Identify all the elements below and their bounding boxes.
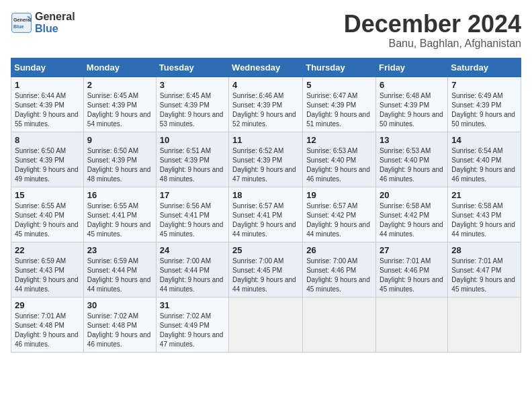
table-row: 24 Sunrise: 7:00 AM Sunset: 4:44 PM Dayl… — [156, 242, 228, 297]
day-detail: Sunrise: 6:48 AM Sunset: 4:39 PM Dayligh… — [380, 92, 443, 128]
svg-text:General: General — [13, 17, 32, 23]
day-detail: Sunrise: 6:55 AM Sunset: 4:40 PM Dayligh… — [15, 202, 79, 238]
day-detail: Sunrise: 6:49 AM Sunset: 4:39 PM Dayligh… — [451, 92, 515, 128]
day-detail: Sunrise: 7:01 AM Sunset: 4:48 PM Dayligh… — [15, 312, 79, 348]
day-detail: Sunrise: 6:50 AM Sunset: 4:39 PM Dayligh… — [87, 147, 151, 183]
table-row: 22 Sunrise: 6:59 AM Sunset: 4:43 PM Dayl… — [11, 242, 84, 297]
day-detail: Sunrise: 7:00 AM Sunset: 4:44 PM Dayligh… — [160, 257, 224, 293]
day-detail: Sunrise: 6:45 AM Sunset: 4:39 PM Dayligh… — [87, 92, 151, 128]
day-detail: Sunrise: 7:02 AM Sunset: 4:49 PM Dayligh… — [160, 312, 224, 348]
day-number: 7 — [451, 80, 517, 90]
day-number: 20 — [380, 190, 444, 200]
day-number: 27 — [380, 245, 444, 255]
title-section: December 2024 Banu, Baghlan, Afghanistan — [344, 11, 521, 50]
day-detail: Sunrise: 6:46 AM Sunset: 4:39 PM Dayligh… — [232, 92, 296, 128]
header-saturday: Saturday — [448, 58, 521, 77]
header-tuesday: Tuesday — [156, 58, 228, 77]
table-row: 28 Sunrise: 7:01 AM Sunset: 4:47 PM Dayl… — [448, 242, 521, 297]
table-row: 23 Sunrise: 6:59 AM Sunset: 4:44 PM Dayl… — [83, 242, 156, 297]
calendar-week-row: 15 Sunrise: 6:55 AM Sunset: 4:40 PM Dayl… — [11, 187, 521, 242]
day-detail: Sunrise: 6:53 AM Sunset: 4:40 PM Dayligh… — [380, 147, 443, 183]
day-number: 6 — [380, 80, 444, 90]
day-detail: Sunrise: 6:55 AM Sunset: 4:41 PM Dayligh… — [87, 202, 151, 238]
day-number: 25 — [232, 245, 299, 255]
calendar-week-row: 29 Sunrise: 7:01 AM Sunset: 4:48 PM Dayl… — [11, 297, 521, 352]
table-row — [303, 297, 376, 352]
calendar-week-row: 22 Sunrise: 6:59 AM Sunset: 4:43 PM Dayl… — [11, 242, 521, 297]
table-row: 3 Sunrise: 6:45 AM Sunset: 4:39 PM Dayli… — [156, 77, 228, 132]
calendar-week-row: 1 Sunrise: 6:44 AM Sunset: 4:39 PM Dayli… — [11, 77, 521, 132]
table-row: 16 Sunrise: 6:55 AM Sunset: 4:41 PM Dayl… — [83, 187, 156, 242]
day-detail: Sunrise: 7:00 AM Sunset: 4:46 PM Dayligh… — [306, 257, 370, 293]
table-row: 9 Sunrise: 6:50 AM Sunset: 4:39 PM Dayli… — [83, 132, 156, 187]
table-row: 14 Sunrise: 6:54 AM Sunset: 4:40 PM Dayl… — [448, 132, 521, 187]
table-row: 15 Sunrise: 6:55 AM Sunset: 4:40 PM Dayl… — [11, 187, 84, 242]
day-number: 1 — [15, 80, 80, 90]
table-row: 1 Sunrise: 6:44 AM Sunset: 4:39 PM Dayli… — [11, 77, 84, 132]
day-detail: Sunrise: 6:57 AM Sunset: 4:41 PM Dayligh… — [232, 202, 296, 238]
logo-general: General — [35, 11, 75, 23]
day-detail: Sunrise: 6:52 AM Sunset: 4:39 PM Dayligh… — [232, 147, 296, 183]
table-row: 11 Sunrise: 6:52 AM Sunset: 4:39 PM Dayl… — [229, 132, 303, 187]
header-sunday: Sunday — [11, 58, 84, 77]
day-detail: Sunrise: 7:01 AM Sunset: 4:46 PM Dayligh… — [380, 257, 443, 293]
table-row: 13 Sunrise: 6:53 AM Sunset: 4:40 PM Dayl… — [376, 132, 448, 187]
day-number: 23 — [87, 245, 152, 255]
day-detail: Sunrise: 6:53 AM Sunset: 4:40 PM Dayligh… — [306, 147, 370, 183]
day-number: 9 — [87, 135, 152, 145]
day-detail: Sunrise: 7:01 AM Sunset: 4:47 PM Dayligh… — [451, 257, 515, 293]
day-detail: Sunrise: 6:57 AM Sunset: 4:42 PM Dayligh… — [306, 202, 370, 238]
calendar-week-row: 8 Sunrise: 6:50 AM Sunset: 4:39 PM Dayli… — [11, 132, 521, 187]
table-row: 31 Sunrise: 7:02 AM Sunset: 4:49 PM Dayl… — [156, 297, 228, 352]
day-number: 12 — [306, 135, 372, 145]
day-number: 13 — [380, 135, 444, 145]
day-number: 28 — [451, 245, 517, 255]
table-row: 2 Sunrise: 6:45 AM Sunset: 4:39 PM Dayli… — [83, 77, 156, 132]
table-row: 10 Sunrise: 6:51 AM Sunset: 4:39 PM Dayl… — [156, 132, 228, 187]
header-wednesday: Wednesday — [229, 58, 303, 77]
table-row: 5 Sunrise: 6:47 AM Sunset: 4:39 PM Dayli… — [303, 77, 376, 132]
day-number: 31 — [160, 300, 225, 310]
day-number: 15 — [15, 190, 80, 200]
day-detail: Sunrise: 6:56 AM Sunset: 4:41 PM Dayligh… — [160, 202, 224, 238]
table-row: 18 Sunrise: 6:57 AM Sunset: 4:41 PM Dayl… — [229, 187, 303, 242]
day-number: 17 — [160, 190, 225, 200]
day-number: 10 — [160, 135, 225, 145]
day-detail: Sunrise: 6:58 AM Sunset: 4:43 PM Dayligh… — [451, 202, 515, 238]
logo: General Blue General Blue — [11, 11, 75, 34]
day-detail: Sunrise: 6:54 AM Sunset: 4:40 PM Dayligh… — [451, 147, 515, 183]
day-number: 11 — [232, 135, 299, 145]
logo-blue: Blue — [35, 23, 75, 35]
header: General Blue General Blue December 2024 … — [11, 11, 521, 50]
day-detail: Sunrise: 7:00 AM Sunset: 4:45 PM Dayligh… — [232, 257, 296, 293]
day-detail: Sunrise: 6:47 AM Sunset: 4:39 PM Dayligh… — [306, 92, 370, 128]
day-number: 19 — [306, 190, 372, 200]
day-detail: Sunrise: 6:45 AM Sunset: 4:39 PM Dayligh… — [160, 92, 224, 128]
header-thursday: Thursday — [303, 58, 376, 77]
table-row: 17 Sunrise: 6:56 AM Sunset: 4:41 PM Dayl… — [156, 187, 228, 242]
table-row: 21 Sunrise: 6:58 AM Sunset: 4:43 PM Dayl… — [448, 187, 521, 242]
day-detail: Sunrise: 6:44 AM Sunset: 4:39 PM Dayligh… — [15, 92, 79, 128]
table-row: 19 Sunrise: 6:57 AM Sunset: 4:42 PM Dayl… — [303, 187, 376, 242]
day-number: 14 — [451, 135, 517, 145]
day-number: 3 — [160, 80, 225, 90]
day-number: 4 — [232, 80, 299, 90]
calendar-title: December 2024 — [344, 11, 521, 38]
table-row: 20 Sunrise: 6:58 AM Sunset: 4:42 PM Dayl… — [376, 187, 448, 242]
table-row: 8 Sunrise: 6:50 AM Sunset: 4:39 PM Dayli… — [11, 132, 84, 187]
table-row: 7 Sunrise: 6:49 AM Sunset: 4:39 PM Dayli… — [448, 77, 521, 132]
day-detail: Sunrise: 6:51 AM Sunset: 4:39 PM Dayligh… — [160, 147, 224, 183]
table-row: 12 Sunrise: 6:53 AM Sunset: 4:40 PM Dayl… — [303, 132, 376, 187]
logo-icon: General Blue — [11, 12, 32, 34]
day-detail: Sunrise: 7:02 AM Sunset: 4:48 PM Dayligh… — [87, 312, 151, 348]
table-row: 6 Sunrise: 6:48 AM Sunset: 4:39 PM Dayli… — [376, 77, 448, 132]
day-detail: Sunrise: 6:59 AM Sunset: 4:44 PM Dayligh… — [87, 257, 151, 293]
day-number: 2 — [87, 80, 152, 90]
header-friday: Friday — [376, 58, 448, 77]
table-row: 26 Sunrise: 7:00 AM Sunset: 4:46 PM Dayl… — [303, 242, 376, 297]
calendar-subtitle: Banu, Baghlan, Afghanistan — [344, 38, 521, 50]
day-detail: Sunrise: 6:59 AM Sunset: 4:43 PM Dayligh… — [15, 257, 79, 293]
table-row: 4 Sunrise: 6:46 AM Sunset: 4:39 PM Dayli… — [229, 77, 303, 132]
table-row — [448, 297, 521, 352]
day-number: 22 — [15, 245, 80, 255]
